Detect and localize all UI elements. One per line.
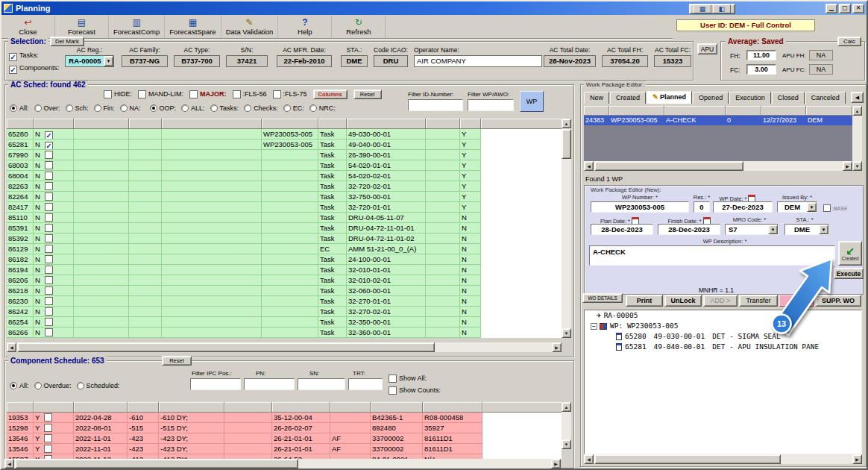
fls75-checkbox[interactable]: :FLS-75 [273, 90, 307, 98]
wp-grid-column-header[interactable] [726, 106, 761, 116]
ac-sched-table-row[interactable]: 85392 N Task DRU-04-72-11-01-02 N [7, 234, 562, 244]
component-table-row[interactable]: 19353 Y 2022-04-28 -610 -610 DY; 35-12-0… [7, 413, 562, 423]
row-select-checkbox[interactable] [45, 151, 53, 159]
filter-ipc-input[interactable] [190, 378, 241, 390]
wo-details-button[interactable]: WO DETAILS [582, 293, 623, 303]
row-select-checkbox[interactable] [45, 297, 53, 305]
del-mark-button[interactable]: Del Mark [50, 37, 84, 46]
ac-reg-dropdown-arrow-icon[interactable]: ▼ [104, 56, 113, 66]
fc-field[interactable]: 3.00 [746, 64, 776, 75]
toolbar-button[interactable]: ? Help [278, 16, 332, 38]
radio-sch[interactable]: Sch: [66, 104, 89, 112]
tree-hscroll-thumb[interactable] [594, 454, 781, 464]
ac-sched-table-row[interactable]: 86194 N Task 32-010-01-01 N [7, 265, 562, 275]
scroll-right-arrow-icon[interactable]: ▶ [551, 459, 561, 469]
maximize-button[interactable]: ▢ [839, 4, 851, 13]
filter-wp-input[interactable] [468, 99, 514, 111]
ac-sched-table-row[interactable]: 86206 N Task 32-010-02-01 N [7, 275, 562, 286]
ac-sched-table-row[interactable]: 68004 N Task 54-020-02-01 Y [7, 171, 562, 181]
component-column-header[interactable] [34, 402, 74, 413]
issued-by-dropdown-arrow-icon[interactable]: ▼ [807, 202, 817, 212]
hide-checkbox[interactable]: HIDE: [104, 90, 132, 98]
transfer-button[interactable]: Transfer [739, 295, 778, 307]
delete-wp-button[interactable] [779, 295, 814, 307]
fls56-checkbox[interactable]: :FLS-56 [233, 90, 267, 98]
row-select-checkbox[interactable] [44, 445, 52, 453]
filter-pn-input[interactable] [244, 378, 295, 390]
radio-nrc[interactable]: NRC: [309, 104, 336, 112]
ac-sched-table-row[interactable]: 86218 N Task 32-060-00-01 N [7, 286, 562, 296]
row-select-checkbox[interactable] [45, 266, 53, 274]
row-select-checkbox[interactable] [45, 203, 53, 211]
base-checkbox[interactable]: :BASE [823, 204, 848, 212]
component-table-row[interactable]: 13546 Y 2022-11-01 -423 -423 DY; 26-21-0… [7, 444, 562, 454]
scroll-left-arrow-icon[interactable]: ◀ [584, 161, 594, 171]
tab-planned[interactable]: Planned [647, 91, 692, 104]
component-reset-button[interactable]: Reset [162, 356, 192, 366]
ac-sched-table-row[interactable]: 86266 N Task 32-360-00-01 N [7, 328, 562, 338]
radio-all[interactable]: All: [10, 104, 29, 112]
collapse-box-icon[interactable]: − [591, 323, 597, 330]
scroll-left-arrow-icon[interactable]: ◀ [7, 342, 16, 352]
scroll-left-arrow-icon[interactable]: ◀ [584, 454, 594, 464]
component-column-header[interactable] [128, 402, 159, 413]
scroll-down-arrow-icon[interactable]: ▼ [852, 161, 862, 171]
row-select-checkbox[interactable] [45, 224, 53, 232]
scroll-right-arrow-icon[interactable]: ▶ [843, 161, 852, 171]
finish-date-field[interactable]: 28-Dec-2023 [658, 224, 720, 235]
components-checkbox[interactable]: Components: [9, 64, 60, 74]
tab-canceled[interactable]: Canceled [805, 92, 846, 104]
radio-all2[interactable]: ALL: [181, 104, 205, 112]
ac-sched-table-row[interactable]: 82263 N Task 32-720-02-01 Y [7, 181, 562, 192]
ac-sched-table-row[interactable]: 86230 N Task 32-270-01-01 N [7, 296, 562, 307]
ac-sched-column-header[interactable] [162, 119, 262, 129]
row-select-checkbox[interactable]: ✓ [45, 142, 53, 150]
tree-node-task[interactable]: 65281 49-040-00-01 DET - APU INSULATION … [585, 342, 861, 352]
radio-na[interactable]: NA: [120, 104, 141, 112]
ac-sched-column-header[interactable] [7, 119, 34, 129]
fh-field[interactable]: 11.00 [746, 50, 776, 60]
component-column-header[interactable] [7, 402, 34, 413]
component-column-header[interactable] [371, 402, 423, 413]
component-vscrollbar[interactable]: ▲ ▼ [562, 402, 571, 449]
supp-wo-button[interactable]: SUPP. WO [815, 295, 861, 307]
scroll-up-arrow-icon[interactable]: ▲ [562, 402, 571, 412]
execute-button[interactable]: Execute [834, 268, 864, 279]
ac-sched-table-row[interactable]: 68003 N Task 54-020-01-01 Y [7, 160, 562, 171]
ac-reg-combobox[interactable]: RA-00005▼ [65, 55, 114, 67]
show-all-checkbox[interactable]: Show All: [389, 375, 427, 383]
ac-sched-vscroll-thumb[interactable] [562, 129, 571, 159]
ac-sched-table-row[interactable]: 65281 N✓ WP230053-005 Task 49-040-00-01 … [7, 140, 562, 150]
row-select-checkbox[interactable] [45, 161, 53, 169]
ac-sched-table-row[interactable]: 86129 N EC AMM 51-21-00_0_(A) N [7, 244, 562, 254]
row-select-checkbox[interactable] [45, 213, 53, 222]
tab-opened[interactable]: Opened [693, 92, 729, 104]
row-select-checkbox[interactable] [45, 286, 53, 295]
comp-radio-all[interactable]: All: [10, 382, 29, 389]
ac-sched-column-header[interactable] [426, 119, 460, 129]
tree-node-wp[interactable]: − WP: WP230053-005 [585, 321, 861, 331]
tab-new[interactable]: New [584, 92, 609, 104]
wp-description-field[interactable]: A-CHECK [589, 245, 835, 266]
toolbar-button[interactable]: ▥ ForecastComp [109, 16, 165, 38]
row-select-checkbox[interactable] [45, 172, 53, 180]
wp-grid-column-header[interactable] [584, 106, 609, 116]
ac-sched-column-header[interactable] [129, 119, 162, 129]
radio-tasks[interactable]: Tasks: [210, 104, 239, 112]
plan-date-field[interactable]: 28-Dec-2023 [591, 224, 653, 235]
toolbar-button[interactable]: ✎ Data Validation [221, 16, 279, 38]
ac-sched-table-row[interactable]: 86182 N Task 24-100-00-01 N [7, 254, 562, 265]
wp-grid-selected-row[interactable]: 24383 WP230053-005 A-CHECK 0 12/27/2023 … [584, 116, 852, 125]
screen-icon[interactable]: ◧ [713, 4, 731, 13]
wp-button[interactable]: WP [520, 91, 544, 112]
add-button[interactable]: ADD > [703, 295, 738, 307]
unlock-button[interactable]: UnLock [664, 295, 702, 307]
ac-sched-table-row[interactable]: 85110 N Task DRU-04-05-11-07 N [7, 213, 562, 223]
row-select-checkbox[interactable] [45, 234, 53, 242]
reset-button[interactable]: Reset [353, 90, 382, 99]
tab-created[interactable]: Created [610, 92, 646, 104]
component-column-header[interactable] [74, 402, 128, 413]
ac-sched-column-header[interactable] [34, 119, 74, 129]
wp-grid-column-header[interactable] [609, 106, 664, 116]
radio-checks[interactable]: Checks: [244, 104, 278, 112]
